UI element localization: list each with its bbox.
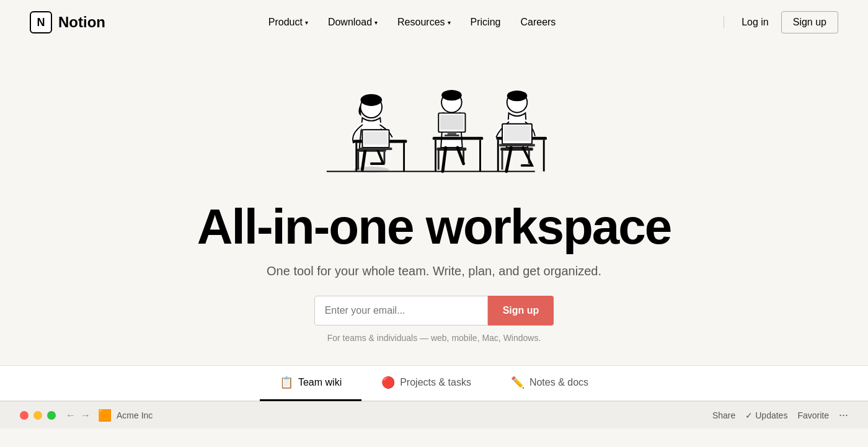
svg-rect-15 [433,137,484,140]
tab-emoji-projects: 🔴 [381,376,395,389]
svg-point-14 [441,90,462,100]
hero-signup-button[interactable]: Sign up [488,296,554,325]
bottom-actions: Share ✓ Updates Favorite ··· [712,409,848,422]
chevron-down-icon: ▾ [374,19,378,26]
tab-emoji-wiki: 📋 [280,376,293,389]
forward-icon[interactable]: → [81,410,91,421]
nav-right: Log in Sign up [719,11,838,33]
chevron-down-icon: ▾ [305,19,308,26]
logo-text: Notion [58,14,105,31]
browser-bar: ← → 🟧 Acme Inc Share ✓ Updates Favorite … [0,401,868,428]
email-input[interactable] [314,296,488,325]
tab-label-notes: Notes & docs [529,377,588,388]
tab-label-wiki: Team wiki [298,377,342,388]
hero-illustration [279,57,589,193]
svg-rect-12 [360,148,392,150]
back-icon[interactable]: ← [66,410,76,421]
tabs-section: 📋 Team wiki 🔴 Projects & tasks ✏️ Notes … [0,365,868,428]
svg-rect-11 [364,131,387,144]
svg-rect-32 [499,144,535,146]
tabs-bar: 📋 Team wiki 🔴 Projects & tasks ✏️ Notes … [0,366,868,401]
notion-favicon: 🟧 [98,409,112,422]
hero-subtitle: One tool for your whole team. Write, pla… [267,264,601,278]
logo-icon: N [30,11,52,33]
browser-nav: ← → [66,410,91,421]
share-button[interactable]: Share [712,410,735,420]
navbar: N Notion Product ▾ Download ▾ Resources … [0,0,868,45]
svg-rect-19 [440,115,463,130]
more-options-icon[interactable]: ··· [839,409,848,422]
svg-rect-31 [504,126,530,141]
nav-download[interactable]: Download ▾ [321,12,385,33]
svg-point-6 [361,94,383,106]
signup-nav-button[interactable]: Sign up [781,11,838,33]
favorite-button[interactable]: Favorite [797,410,829,420]
svg-rect-33 [500,148,533,151]
svg-rect-21 [445,135,459,136]
nav-product[interactable]: Product ▾ [261,12,316,33]
close-button[interactable] [20,411,29,420]
nav-resources[interactable]: Resources ▾ [390,12,458,33]
hero-cta: Sign up [314,296,554,325]
minimize-button[interactable] [33,411,42,420]
nav-divider [724,16,724,29]
breadcrumb-text: Acme Inc [117,410,153,420]
maximize-button[interactable] [47,411,56,420]
logo-link[interactable]: N Notion [30,11,105,33]
tab-projects-tasks[interactable]: 🔴 Projects & tasks [361,366,491,401]
svg-rect-20 [448,132,456,135]
svg-point-26 [507,91,528,101]
nav-pricing[interactable]: Pricing [463,12,508,33]
breadcrumb: 🟧 Acme Inc [98,409,153,422]
svg-rect-22 [436,148,466,151]
nav-center: Product ▾ Download ▾ Resources ▾ Pricing… [261,12,564,33]
hero-note: For teams & individuals — web, mobile, M… [327,333,541,343]
tab-emoji-notes: ✏️ [511,376,525,389]
tab-label-projects: Projects & tasks [400,377,471,388]
window-controls [20,411,56,420]
tab-notes-docs[interactable]: ✏️ Notes & docs [491,366,608,401]
hero-title: All-in-one workspace [197,200,671,254]
nav-careers[interactable]: Careers [513,12,563,33]
hero-section: All-in-one workspace One tool for your w… [0,45,868,365]
tab-team-wiki[interactable]: 📋 Team wiki [260,366,361,401]
chevron-down-icon: ▾ [448,19,451,26]
updates-button[interactable]: ✓ Updates [745,410,787,420]
login-button[interactable]: Log in [732,12,779,33]
